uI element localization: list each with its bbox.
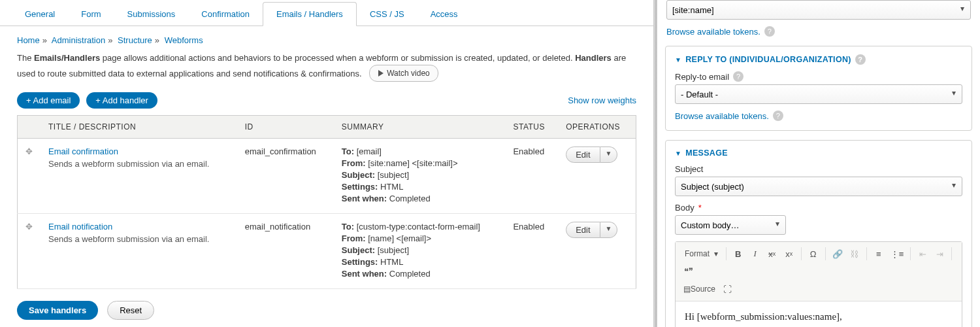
tab-general[interactable]: General bbox=[12, 3, 68, 26]
add-email-button[interactable]: + Add email bbox=[17, 92, 80, 109]
reply-to-panel-toggle[interactable]: ▼ REPLY TO (INDIVIDUAL/ORGANIZATION) ? bbox=[675, 54, 962, 65]
watch-video-button[interactable]: Watch video bbox=[369, 65, 438, 82]
page-description: The Emails/Handlers page allows addition… bbox=[0, 52, 653, 88]
strikethrough-icon[interactable]: xx bbox=[764, 246, 780, 262]
help-icon[interactable]: ? bbox=[855, 54, 866, 65]
svg-marker-0 bbox=[378, 70, 384, 77]
add-handler-button[interactable]: + Add handler bbox=[86, 92, 157, 109]
drag-handle-icon[interactable]: ✥ bbox=[18, 213, 41, 288]
help-icon[interactable]: ? bbox=[733, 71, 743, 82]
source-button[interactable]: ▤ Source bbox=[681, 281, 718, 297]
reset-button[interactable]: Reset bbox=[107, 301, 154, 320]
show-row-weights-link[interactable]: Show row weights bbox=[568, 95, 636, 105]
table-row: ✥ Email confirmation Sends a webform sub… bbox=[18, 138, 636, 213]
tab-emails-handlers[interactable]: Emails / Handlers bbox=[263, 2, 357, 26]
body-format-select[interactable] bbox=[675, 215, 786, 235]
tab-access[interactable]: Access bbox=[417, 3, 471, 26]
edit-button[interactable]: Edit bbox=[566, 146, 600, 163]
numbered-list-icon[interactable]: ≡ bbox=[871, 246, 887, 262]
handler-status: Enabled bbox=[505, 138, 558, 213]
handler-title-link[interactable]: Email confirmation bbox=[48, 146, 229, 156]
bold-icon[interactable]: B bbox=[730, 246, 746, 262]
reply-to-email-label: Reply-to email ? bbox=[675, 71, 962, 82]
message-panel-toggle[interactable]: ▼ MESSAGE bbox=[675, 148, 962, 158]
handler-id: email_confirmation bbox=[237, 138, 334, 213]
breadcrumb-administration[interactable]: Administration bbox=[52, 35, 105, 45]
handler-id: email_notification bbox=[237, 213, 334, 288]
chevron-down-icon: ▼ bbox=[675, 150, 681, 157]
outdent-icon: ⇤ bbox=[915, 246, 930, 262]
col-operations: OPERATIONS bbox=[558, 115, 636, 138]
handlers-table: TITLE / DESCRIPTION ID SUMMARY STATUS OP… bbox=[17, 115, 636, 289]
reply-to-panel: ▼ REPLY TO (INDIVIDUAL/ORGANIZATION) ? R… bbox=[665, 46, 972, 131]
breadcrumb-home[interactable]: Home bbox=[17, 35, 40, 45]
reply-to-email-select[interactable] bbox=[675, 84, 962, 104]
help-icon[interactable]: ? bbox=[764, 26, 775, 37]
table-row: ✥ Email notification Sends a webform sub… bbox=[18, 213, 636, 288]
handler-summary: To: [custom-type:contact-form-email] Fro… bbox=[334, 213, 506, 288]
tab-confirmation[interactable]: Confirmation bbox=[188, 3, 263, 26]
help-icon[interactable]: ? bbox=[773, 111, 783, 121]
handler-summary: To: [email] From: [site:name] <[site:mai… bbox=[334, 138, 506, 213]
blockquote-icon[interactable]: ❝❞ bbox=[681, 263, 696, 279]
breadcrumb-webforms[interactable]: Webforms bbox=[165, 35, 203, 45]
maximize-icon[interactable]: ⛶ bbox=[719, 281, 735, 297]
body-label: Body * bbox=[675, 203, 962, 213]
italic-icon[interactable]: I bbox=[747, 246, 763, 262]
editor-body[interactable]: Hi [webform_submission:values:name], Can… bbox=[676, 301, 962, 327]
browse-tokens-link[interactable]: Browse available tokens. ? bbox=[666, 26, 775, 37]
chevron-down-icon: ▼ bbox=[675, 56, 681, 63]
col-status: STATUS bbox=[505, 115, 558, 138]
indent-icon: ⇥ bbox=[932, 246, 947, 262]
browse-tokens-link[interactable]: Browse available tokens. ? bbox=[675, 111, 783, 121]
play-icon bbox=[378, 70, 384, 77]
edit-dropdown-button[interactable]: ▼ bbox=[600, 146, 618, 163]
tab-form[interactable]: Form bbox=[68, 3, 114, 26]
handler-subtitle: Sends a webform submission via an email. bbox=[48, 234, 229, 244]
handler-status: Enabled bbox=[505, 213, 558, 288]
edit-button[interactable]: Edit bbox=[566, 222, 600, 238]
handler-subtitle: Sends a webform submission via an email. bbox=[48, 159, 229, 169]
drag-handle-icon[interactable]: ✥ bbox=[18, 138, 41, 213]
unlink-icon: ⛓ bbox=[847, 246, 862, 262]
breadcrumb-structure[interactable]: Structure bbox=[118, 35, 152, 45]
edit-dropdown-button[interactable]: ▼ bbox=[600, 222, 618, 238]
link-icon[interactable]: 🔗 bbox=[830, 246, 845, 262]
subject-label: Subject bbox=[675, 164, 962, 174]
col-id: ID bbox=[237, 115, 334, 138]
rich-text-editor: Format ▾ B I xx xx Ω 🔗 ⛓ ≡ ⋮≡ ⇤ ⇥ bbox=[675, 241, 962, 327]
message-panel: ▼ MESSAGE Subject Body * Format ▾ B I xx bbox=[665, 140, 972, 327]
subject-select[interactable] bbox=[675, 177, 962, 196]
from-name-select[interactable] bbox=[666, 0, 971, 20]
col-title: TITLE / DESCRIPTION bbox=[41, 115, 237, 138]
format-dropdown[interactable]: Format ▾ bbox=[681, 249, 722, 258]
breadcrumb: Home» Administration» Structure» Webform… bbox=[0, 26, 653, 52]
tab-css-js[interactable]: CSS / JS bbox=[357, 3, 417, 26]
save-handlers-button[interactable]: Save handlers bbox=[17, 301, 98, 320]
handler-title-link[interactable]: Email notification bbox=[48, 222, 229, 232]
special-char-icon[interactable]: Ω bbox=[806, 246, 821, 262]
superscript-icon[interactable]: xx bbox=[781, 246, 797, 262]
col-summary: SUMMARY bbox=[334, 115, 506, 138]
tab-submissions[interactable]: Submissions bbox=[114, 3, 189, 26]
bulleted-list-icon[interactable]: ⋮≡ bbox=[888, 246, 907, 262]
editor-toolbar: Format ▾ B I xx xx Ω 🔗 ⛓ ≡ ⋮≡ ⇤ ⇥ bbox=[676, 242, 962, 301]
tabs: General Form Submissions Confirmation Em… bbox=[0, 0, 653, 26]
